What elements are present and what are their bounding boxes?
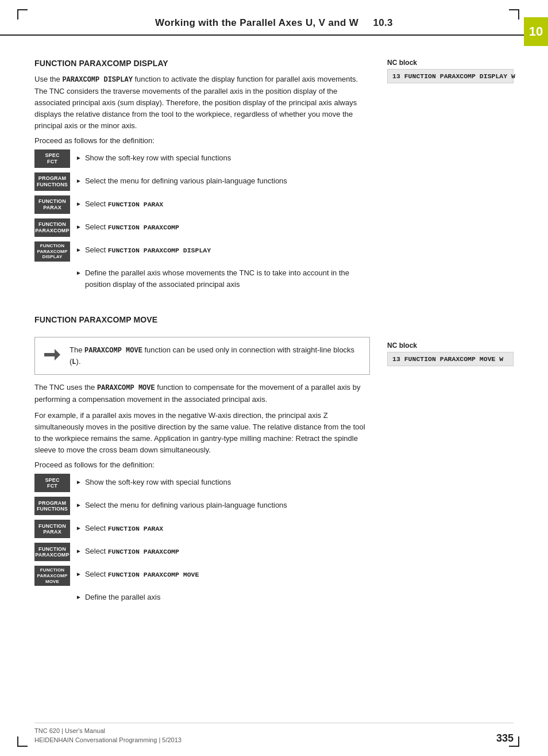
section-display: FUNCTION PARAXCOMP DISPLAY Use the PARAX… bbox=[34, 47, 514, 290]
bold-paraxcomp-display-1: PARAXCOMP DISPLAY bbox=[62, 76, 132, 84]
step-text-1: ► Show the soft-key row with special fun… bbox=[76, 149, 370, 164]
softkey-spec-fct-2[interactable]: SPECFCT bbox=[34, 474, 70, 492]
nc-block-move-code: 13 FUNCTION PARAXCOMP MOVE W bbox=[387, 352, 514, 366]
step-row-2: PROGRAMFUNCTIONS ► Select the menu for d… bbox=[34, 172, 370, 193]
section-move-left-top: The PARAXCOMP MOVE function can be used … bbox=[34, 330, 370, 609]
chapter-tab: 10 bbox=[524, 17, 548, 46]
page-footer: TNC 620 | User's Manual HEIDENHAIN Conve… bbox=[34, 723, 514, 745]
softkey-function-parax-1[interactable]: FUNCTIONPARAX bbox=[34, 195, 70, 214]
bold-function-paraxcomp-1: FUNCTION PARAXCOMP bbox=[108, 224, 179, 231]
step-move-arrow-4: ► bbox=[76, 547, 82, 555]
softkey-program-functions-1[interactable]: PROGRAMFUNCTIONS bbox=[34, 172, 70, 191]
section-move-right: NC block 13 FUNCTION PARAXCOMP MOVE W bbox=[387, 330, 514, 366]
step-move-label-4: Select FUNCTION PARAXCOMP bbox=[85, 546, 370, 557]
steps-move: SPECFCT ► Show the soft-key row with spe… bbox=[34, 474, 370, 609]
section-move-wrapper: FUNCTION PARAXCOMP MOVE The PARAXCOMP MO… bbox=[34, 304, 514, 609]
header-section-text: 10.3 bbox=[373, 17, 392, 28]
step-move-label-2: Select the menu for defining various pla… bbox=[85, 500, 370, 511]
step-move-arrow-3: ► bbox=[76, 524, 82, 532]
step-text-2: ► Select the menu for defining various p… bbox=[76, 172, 370, 187]
section-display-left: FUNCTION PARAXCOMP DISPLAY Use the PARAX… bbox=[34, 47, 370, 290]
nc-block-move-label: NC block bbox=[387, 341, 514, 350]
step-move-text-4: ► Select FUNCTION PARAXCOMP bbox=[76, 543, 370, 557]
info-arrow-icon bbox=[42, 344, 63, 365]
bold-function-parax-2: FUNCTION PARAX bbox=[108, 525, 164, 532]
step-label-2: Select the menu for defining various pla… bbox=[85, 175, 370, 187]
section-heading-display: FUNCTION PARAXCOMP DISPLAY bbox=[34, 59, 370, 68]
nc-block-display-label: NC block bbox=[387, 59, 514, 67]
step-move-row-4: FUNCTIONPARAXCOMP ► Select FUNCTION PARA… bbox=[34, 543, 370, 563]
corner-mark-tr bbox=[509, 9, 519, 20]
nc-block-move: NC block 13 FUNCTION PARAXCOMP MOVE W bbox=[387, 341, 514, 366]
step-arrow-4: ► bbox=[76, 222, 82, 231]
step-move-arrow-6: ► bbox=[76, 593, 82, 601]
step-text-4: ► Select FUNCTION PARAXCOMP bbox=[76, 218, 370, 233]
step-move-text-2: ► Select the menu for defining various p… bbox=[76, 497, 370, 511]
softkey-program-functions-2[interactable]: PROGRAMFUNCTIONS bbox=[34, 497, 70, 515]
step-move-label-1: Show the soft-key row with special funct… bbox=[85, 477, 370, 488]
footer-line1: TNC 620 | User's Manual bbox=[34, 727, 182, 735]
section-display-right: NC block 13 FUNCTION PARAXCOMP DISPLAY W bbox=[387, 47, 514, 83]
softkey-function-paraxcomp-display[interactable]: FUNCTIONPARAXCOMPDISPLAY bbox=[34, 241, 70, 262]
info-box-text: The PARAXCOMP MOVE function can be used … bbox=[70, 344, 362, 367]
bold-L: L bbox=[72, 358, 76, 366]
step-move-row-1: SPECFCT ► Show the soft-key row with spe… bbox=[34, 474, 370, 494]
step-text-6: ► Define the parallel axis whose movemen… bbox=[76, 264, 370, 290]
body-move-1: The TNC uses the PARAXCOMP MOVE function… bbox=[34, 382, 370, 405]
step-arrow-6: ► bbox=[76, 268, 82, 277]
softkey-function-paraxcomp-2[interactable]: FUNCTIONPARAXCOMP bbox=[34, 543, 70, 561]
arrow-right-icon bbox=[43, 346, 61, 364]
bold-function-paraxcomp-2: FUNCTION PARAXCOMP bbox=[108, 548, 179, 555]
bold-paraxcomp-move-1: PARAXCOMP MOVE bbox=[97, 384, 155, 392]
step-move-text-6: ► Define the parallel axis bbox=[76, 589, 370, 603]
content-area: FUNCTION PARAXCOMP DISPLAY Use the PARAX… bbox=[0, 47, 548, 621]
proceed-display: Proceed as follows for the definition: bbox=[34, 136, 370, 145]
chapter-number: 10 bbox=[529, 24, 543, 39]
step-move-arrow-5: ► bbox=[76, 570, 82, 578]
svg-rect-0 bbox=[44, 353, 56, 356]
page-header-title: Working with the Parallel Axes U, V and … bbox=[155, 17, 393, 28]
step-arrow-5: ► bbox=[76, 245, 82, 254]
softkey-spec-fct-1[interactable]: SPECFCT bbox=[34, 149, 70, 168]
step-move-text-1: ► Show the soft-key row with special fun… bbox=[76, 474, 370, 488]
step-move-row-5: FUNCTIONPARAXCOMPMOVE ► Select FUNCTION … bbox=[34, 566, 370, 586]
body-move-2: For example, if a parallel axis moves in… bbox=[34, 410, 370, 456]
softkey-function-paraxcomp-move[interactable]: FUNCTIONPARAXCOMPMOVE bbox=[34, 566, 70, 586]
softkey-function-paraxcomp-1[interactable]: FUNCTIONPARAXCOMP bbox=[34, 218, 70, 237]
step-row-3: FUNCTIONPARAX ► Select FUNCTION PARAX bbox=[34, 195, 370, 216]
step-move-row-2: PROGRAMFUNCTIONS ► Select the menu for d… bbox=[34, 497, 370, 517]
step-row-6: ► Define the parallel axis whose movemen… bbox=[34, 264, 370, 290]
corner-mark-bl bbox=[17, 736, 28, 747]
step-move-text-5: ► Select FUNCTION PARAXCOMP MOVE bbox=[76, 566, 370, 580]
info-box-move: The PARAXCOMP MOVE function can be used … bbox=[34, 337, 370, 375]
bold-function-paraxcomp-display: FUNCTION PARAXCOMP DISPLAY bbox=[108, 247, 211, 254]
section-move-top: The PARAXCOMP MOVE function can be used … bbox=[34, 330, 514, 609]
bold-function-paraxcomp-move: FUNCTION PARAXCOMP MOVE bbox=[108, 571, 199, 578]
nc-block-display-code: 13 FUNCTION PARAXCOMP DISPLAY W bbox=[387, 69, 514, 83]
footer-left: TNC 620 | User's Manual HEIDENHAIN Conve… bbox=[34, 727, 182, 745]
step-arrow-2: ► bbox=[76, 176, 82, 185]
step-label-6: Define the parallel axis whose movements… bbox=[85, 267, 370, 290]
footer-page-number: 335 bbox=[496, 732, 514, 745]
step-move-label-5: Select FUNCTION PARAXCOMP MOVE bbox=[85, 569, 370, 580]
page-wrapper: 10 Working with the Parallel Axes U, V a… bbox=[0, 0, 548, 756]
step-label-1: Show the soft-key row with special funct… bbox=[85, 152, 370, 164]
step-text-5: ► Select FUNCTION PARAXCOMP DISPLAY bbox=[76, 241, 370, 256]
step-arrow-3: ► bbox=[76, 199, 82, 208]
step-text-3: ► Select FUNCTION PARAX bbox=[76, 195, 370, 210]
step-label-3: Select FUNCTION PARAX bbox=[85, 198, 370, 210]
step-move-row-6: ► Define the parallel axis bbox=[34, 589, 370, 609]
corner-mark-tl bbox=[17, 9, 28, 20]
step-move-arrow-1: ► bbox=[76, 478, 82, 486]
step-row-5: FUNCTIONPARAXCOMPDISPLAY ► Select FUNCTI… bbox=[34, 241, 370, 262]
steps-display: SPECFCT ► Show the soft-key row with spe… bbox=[34, 149, 370, 290]
footer-line2: HEIDENHAIN Conversational Programming | … bbox=[34, 736, 182, 745]
softkey-function-parax-2[interactable]: FUNCTIONPARAX bbox=[34, 520, 70, 538]
step-move-arrow-2: ► bbox=[76, 501, 82, 509]
step-label-4: Select FUNCTION PARAXCOMP bbox=[85, 221, 370, 233]
step-move-text-3: ► Select FUNCTION PARAX bbox=[76, 520, 370, 534]
step-move-label-3: Select FUNCTION PARAX bbox=[85, 523, 370, 534]
step-move-row-3: FUNCTIONPARAX ► Select FUNCTION PARAX bbox=[34, 520, 370, 540]
step-row-1: SPECFCT ► Show the soft-key row with spe… bbox=[34, 149, 370, 170]
section-display-intro: Use the PARAXCOMP DISPLAY function to ac… bbox=[34, 74, 370, 132]
